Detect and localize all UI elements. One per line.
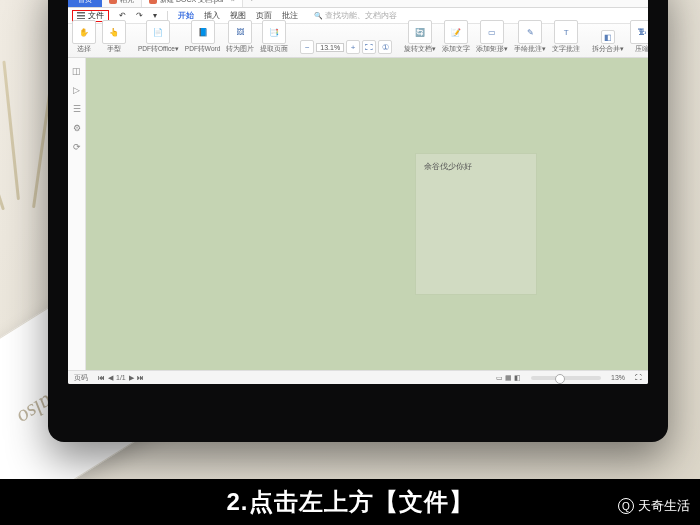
zoom-control: − 13.1% + ⛶ ① bbox=[300, 40, 392, 54]
work-area: ◫ ▷ ☰ ⚙ ⟳ 余谷伐少你好 bbox=[68, 58, 648, 370]
sidebar-settings[interactable]: ⚙ bbox=[72, 123, 82, 133]
tab-label: 稻壳 bbox=[120, 0, 134, 5]
nav-prev[interactable]: ◀ bbox=[108, 374, 113, 382]
search-input[interactable]: 查找功能、文档内容 bbox=[314, 11, 397, 21]
tool-freehand[interactable]: ✎手绘批注▾ bbox=[514, 20, 546, 54]
zoom-in-button[interactable]: + bbox=[346, 40, 360, 54]
app-icon bbox=[109, 0, 117, 4]
tab-strip: 首页 稻壳 新建 DOCX 文档.pdf× + bbox=[68, 0, 648, 8]
text-annot-icon: T bbox=[554, 20, 578, 44]
menu-insert[interactable]: 插入 bbox=[204, 11, 220, 21]
zoom-actual-button[interactable]: ① bbox=[378, 40, 392, 54]
convert-icon: 📄 bbox=[146, 20, 170, 44]
zoom-value[interactable]: 13.1% bbox=[316, 43, 344, 52]
hand-icon: 👆 bbox=[102, 20, 126, 44]
tool-rotate[interactable]: 🔄旋转文档▾ bbox=[404, 20, 436, 54]
tool-pdf-to-word[interactable]: 📘PDF转Word bbox=[185, 20, 220, 54]
text-icon: 📝 bbox=[444, 20, 468, 44]
page-text: 余谷伐少你好 bbox=[424, 162, 472, 172]
tab-document[interactable]: 新建 DOCX 文档.pdf× bbox=[142, 0, 243, 7]
nav-page-indicator[interactable]: 1/1 bbox=[116, 374, 126, 381]
tutorial-caption: 2.点击左上方【文件】 Q 天奇生活 bbox=[0, 479, 700, 525]
file-menu-label: 文件 bbox=[88, 11, 104, 21]
menu-start[interactable]: 开始 bbox=[178, 11, 194, 21]
split-icon: ◧ bbox=[601, 30, 615, 44]
tool-hand[interactable]: 👆手型 bbox=[102, 20, 126, 54]
hamburger-icon bbox=[77, 12, 85, 19]
sidebar-outline[interactable]: ☰ bbox=[72, 104, 82, 114]
qa-more[interactable]: ▾ bbox=[153, 11, 157, 20]
zoom-slider[interactable] bbox=[531, 376, 601, 380]
brand-icon: Q bbox=[618, 498, 634, 514]
tool-select[interactable]: ✋选择 bbox=[72, 20, 96, 54]
tab-docer[interactable]: 稻壳 bbox=[102, 0, 142, 7]
menu-comment[interactable]: 批注 bbox=[282, 11, 298, 21]
tab-label: 新建 DOCX 文档.pdf bbox=[160, 0, 224, 5]
pdf-icon bbox=[149, 0, 157, 4]
status-page-label: 页码 bbox=[74, 373, 88, 383]
nav-first[interactable]: ⏮ bbox=[98, 374, 105, 381]
extract-icon: 📑 bbox=[262, 20, 286, 44]
tool-text-annot[interactable]: T文字批注 bbox=[552, 20, 580, 54]
word-icon: 📘 bbox=[191, 20, 215, 44]
status-zoom-value: 13% bbox=[611, 374, 625, 381]
zoom-out-button[interactable]: − bbox=[300, 40, 314, 54]
sidebar-bookmarks[interactable]: ▷ bbox=[72, 85, 82, 95]
menu-page[interactable]: 页面 bbox=[256, 11, 272, 21]
tab-add-button[interactable]: + bbox=[243, 0, 261, 7]
document-canvas[interactable]: 余谷伐少你好 bbox=[86, 58, 648, 370]
qa-redo[interactable]: ↷ bbox=[136, 11, 143, 20]
view-mode-buttons[interactable]: ▭ ▦ ◧ bbox=[496, 374, 521, 382]
tool-to-image[interactable]: 🖼转为图片 bbox=[226, 20, 254, 54]
tool-compress[interactable]: 🗜压缩 bbox=[630, 20, 648, 54]
qa-undo[interactable]: ↶ bbox=[119, 11, 126, 20]
app-window: 首页 稻壳 新建 DOCX 文档.pdf× + 文件 ↶ ↷ ▾ 开始 插入 视… bbox=[68, 0, 648, 384]
monitor-frame: 首页 稻壳 新建 DOCX 文档.pdf× + 文件 ↶ ↷ ▾ 开始 插入 视… bbox=[48, 0, 668, 442]
zoom-fit-button[interactable]: ⛶ bbox=[362, 40, 376, 54]
rect-icon: ▭ bbox=[480, 20, 504, 44]
tool-split-merge[interactable]: ◧拆分合并▾ bbox=[592, 30, 624, 54]
page-navigator: ⏮ ◀ 1/1 ▶ ⏭ bbox=[98, 374, 144, 382]
compress-icon: 🗜 bbox=[630, 20, 648, 44]
scene-root: 首页 稻壳 新建 DOCX 文档.pdf× + 文件 ↶ ↷ ▾ 开始 插入 视… bbox=[0, 0, 700, 525]
left-sidebar: ◫ ▷ ☰ ⚙ ⟳ bbox=[68, 58, 86, 370]
separator bbox=[167, 11, 168, 21]
tool-add-text[interactable]: 📝添加文字 bbox=[442, 20, 470, 54]
image-icon: 🖼 bbox=[228, 20, 252, 44]
status-bar: 页码 ⏮ ◀ 1/1 ▶ ⏭ ▭ ▦ ◧ 13% ⛶ bbox=[68, 370, 648, 384]
sidebar-thumbnails[interactable]: ◫ bbox=[72, 66, 82, 76]
brand-watermark: Q 天奇生活 bbox=[618, 497, 690, 515]
tool-extract-page[interactable]: 📑提取页面 bbox=[260, 20, 288, 54]
select-icon: ✋ bbox=[72, 20, 96, 44]
nav-next[interactable]: ▶ bbox=[129, 374, 134, 382]
tab-home[interactable]: 首页 bbox=[68, 0, 102, 7]
fullscreen-button[interactable]: ⛶ bbox=[635, 374, 642, 381]
nav-last[interactable]: ⏭ bbox=[137, 374, 144, 381]
caption-text: 2.点击左上方【文件】 bbox=[226, 486, 473, 518]
tool-pdf-to-office[interactable]: 📄PDF转Office▾ bbox=[138, 20, 179, 54]
ribbon-toolbar: ✋选择 👆手型 📄PDF转Office▾ 📘PDF转Word 🖼转为图片 📑提取… bbox=[68, 24, 648, 58]
pdf-page: 余谷伐少你好 bbox=[416, 154, 536, 294]
menu-view[interactable]: 视图 bbox=[230, 11, 246, 21]
sidebar-refresh[interactable]: ⟳ bbox=[72, 142, 82, 152]
close-icon[interactable]: × bbox=[231, 0, 235, 3]
pencil-icon: ✎ bbox=[518, 20, 542, 44]
tool-add-rect[interactable]: ▭添加矩形▾ bbox=[476, 20, 508, 54]
rotate-icon: 🔄 bbox=[408, 20, 432, 44]
brand-label: 天奇生活 bbox=[638, 497, 690, 515]
